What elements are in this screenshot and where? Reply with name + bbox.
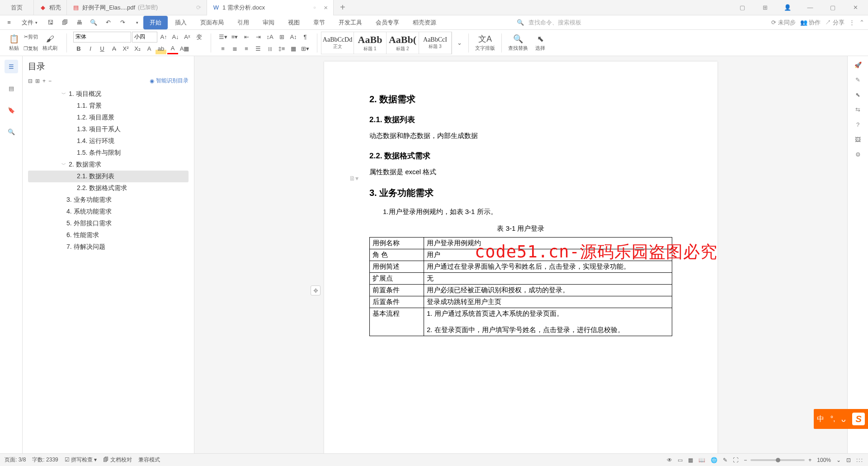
borders-button[interactable]: ⊞▾ bbox=[300, 43, 311, 54]
phonetic-icon[interactable]: 变 bbox=[193, 32, 204, 43]
style-heading2[interactable]: AaBb(标题 2 bbox=[387, 32, 419, 54]
print-icon[interactable]: 🖶 bbox=[74, 17, 85, 28]
style-heading1[interactable]: AaBb标题 1 bbox=[354, 32, 387, 54]
style-heading3[interactable]: AaBbCcI标题 3 bbox=[419, 32, 452, 54]
menu-icon[interactable]: ≡ bbox=[4, 17, 14, 28]
strike-button[interactable]: A̶ bbox=[108, 43, 119, 54]
align-justify-button[interactable]: ☰ bbox=[253, 43, 264, 54]
docverify-button[interactable]: 🗐 文档校对 bbox=[103, 456, 132, 464]
collab-button[interactable]: 👥 协作 bbox=[800, 19, 821, 27]
shrink-font-icon[interactable]: A↓ bbox=[170, 32, 181, 43]
superscript-button[interactable]: X² bbox=[120, 43, 131, 54]
view-edit-icon[interactable]: ✎ bbox=[723, 457, 727, 463]
tab-restore-icon[interactable]: ⟳ bbox=[196, 4, 201, 11]
align-center-button[interactable]: ≣ bbox=[229, 43, 240, 54]
sort-button[interactable]: A↕ bbox=[288, 32, 299, 43]
smart-toc-button[interactable]: ◉智能识别目录 bbox=[150, 77, 189, 85]
underline-button[interactable]: U bbox=[97, 43, 108, 54]
shading-button[interactable]: ▦ bbox=[288, 43, 299, 54]
chevron-down-icon[interactable]: ﹀ bbox=[61, 91, 67, 97]
table-move-handle-icon[interactable]: ✥ bbox=[311, 285, 321, 295]
tab-pdf[interactable]: ▤ 好例子网_Elas....pdf (已加密) ⟳ bbox=[67, 0, 207, 15]
text-effects-button[interactable]: A bbox=[144, 43, 155, 54]
skin-icon[interactable]: ▢ bbox=[734, 1, 750, 14]
gear-icon[interactable]: ⚙ bbox=[855, 151, 861, 158]
indent-dec-button[interactable]: ⇤ bbox=[241, 32, 252, 43]
text-direction-button[interactable]: ↕A bbox=[264, 32, 275, 43]
select-button[interactable]: ⬉选择 bbox=[533, 33, 548, 52]
format-painter-button[interactable]: 🖌格式刷 bbox=[40, 33, 60, 52]
cursor-icon[interactable]: ⬉ bbox=[855, 91, 860, 98]
subscript-button[interactable]: X₂ bbox=[132, 43, 143, 54]
menutab-vip[interactable]: 会员专享 bbox=[369, 16, 406, 29]
toc-item[interactable]: 7. 待解决问题 bbox=[28, 241, 189, 253]
bullets-button[interactable]: ☰▾ bbox=[217, 32, 228, 43]
zoom-slider[interactable]: − + bbox=[744, 457, 811, 463]
toc-collapse-icon[interactable]: ⊟ bbox=[28, 78, 33, 84]
clear-format-icon[interactable]: Aᵡ bbox=[182, 32, 193, 43]
menutab-pagelayout[interactable]: 页面布局 bbox=[194, 16, 230, 29]
highlight-button[interactable]: ab bbox=[156, 43, 166, 54]
menutab-review[interactable]: 审阅 bbox=[256, 16, 281, 29]
menutab-chapter[interactable]: 章节 bbox=[307, 16, 331, 29]
paste-button[interactable]: 📋粘贴 bbox=[6, 33, 22, 52]
toc-item[interactable]: 1.5. 条件与限制 bbox=[28, 147, 189, 159]
ime-indicator[interactable]: 中 °, ᴗ S bbox=[814, 409, 868, 429]
apps-icon[interactable]: ⊞ bbox=[757, 1, 773, 14]
preview-icon[interactable]: 🔍 bbox=[88, 17, 99, 28]
toc-item[interactable]: 1.1. 背景 bbox=[28, 100, 189, 112]
styles-more-icon[interactable]: ⌄ bbox=[454, 38, 465, 48]
help-icon[interactable]: ? bbox=[856, 121, 859, 128]
styles-gallery[interactable]: AaBbCcDd正文 AaBb标题 1 AaBb(标题 2 AaBbCcI标题 … bbox=[321, 32, 452, 54]
unsync-button[interactable]: ⟳ 未同步 bbox=[771, 19, 796, 27]
close-window-button[interactable]: ✕ bbox=[847, 1, 863, 14]
avatar-icon[interactable]: 👤 bbox=[779, 1, 796, 14]
page-indicator[interactable]: 页面: 3/8 bbox=[5, 456, 26, 464]
toc-item[interactable]: 2.1. 数据列表 bbox=[28, 171, 189, 182]
more-status-icon[interactable]: ::: bbox=[856, 457, 863, 463]
popout-icon[interactable]: ▫ bbox=[314, 4, 316, 11]
pencil-icon[interactable]: ✎ bbox=[855, 76, 860, 83]
search-rail-icon[interactable]: 🔍 bbox=[5, 125, 18, 138]
share-button[interactable]: ↗ 分享 bbox=[825, 19, 844, 27]
close-icon[interactable]: × bbox=[324, 4, 328, 11]
toc-item[interactable]: 1.2. 项目愿景 bbox=[28, 112, 189, 124]
indent-inc-button[interactable]: ⇥ bbox=[253, 32, 264, 43]
document-area[interactable]: code51.cn-源码乐园盗图必究 🗎▾ 2. 数据需求 2.1. 数据列表 … bbox=[194, 56, 847, 453]
view-print-icon[interactable]: ▭ bbox=[678, 457, 683, 463]
minimize-button[interactable]: — bbox=[802, 1, 818, 14]
bold-button[interactable]: B bbox=[73, 43, 84, 54]
align-right-button[interactable]: ≡ bbox=[241, 43, 252, 54]
redo-icon[interactable]: ↷ bbox=[117, 17, 128, 28]
menutab-insert[interactable]: 插入 bbox=[169, 16, 193, 29]
word-count[interactable]: 字数: 2339 bbox=[32, 456, 58, 464]
toc-item[interactable]: 1.3. 项目干系人 bbox=[28, 124, 189, 135]
zoom-value[interactable]: 100% bbox=[817, 457, 831, 463]
toc-item[interactable]: 6. 性能需求 bbox=[28, 229, 189, 241]
view-outline-icon[interactable]: ▦ bbox=[688, 457, 693, 463]
copy-button[interactable]: ❐ 复制 bbox=[24, 43, 38, 54]
fullscreen-icon[interactable]: ⛶ bbox=[733, 457, 738, 463]
view-web-icon[interactable]: 🌐 bbox=[711, 457, 717, 463]
save-icon[interactable]: 🖫 bbox=[45, 17, 56, 28]
chevron-down-icon[interactable]: ﹀ bbox=[61, 162, 67, 168]
save-as-icon[interactable]: 🗐 bbox=[59, 17, 70, 28]
settings-icon[interactable]: ⇆ bbox=[855, 106, 860, 113]
style-body[interactable]: AaBbCcDd正文 bbox=[321, 32, 354, 54]
font-color-button[interactable]: A bbox=[167, 43, 178, 54]
font-name-combo[interactable] bbox=[73, 32, 131, 43]
toc-expand-icon[interactable]: ⊞ bbox=[35, 78, 40, 84]
zoom-dropdown-icon[interactable]: ⌄ bbox=[836, 457, 841, 463]
font-size-combo[interactable] bbox=[132, 32, 157, 43]
collapse-ribbon-icon[interactable]: ⌃ bbox=[859, 19, 864, 26]
toc-item[interactable]: ﹀2. 数据需求 bbox=[28, 159, 189, 171]
eye-icon[interactable]: 👁 bbox=[667, 457, 672, 463]
zoom-in-icon[interactable]: + bbox=[808, 457, 811, 463]
fit-page-icon[interactable]: ⊡ bbox=[846, 457, 851, 463]
new-tab-button[interactable]: + bbox=[334, 2, 352, 13]
show-marks-button[interactable]: ¶ bbox=[300, 32, 311, 43]
align-left-button[interactable]: ≡ bbox=[217, 43, 228, 54]
thumbnails-rail-icon[interactable]: ▤ bbox=[5, 81, 18, 95]
toc-item[interactable]: 5. 外部接口需求 bbox=[28, 218, 189, 229]
menutab-start[interactable]: 开始 bbox=[143, 16, 168, 29]
